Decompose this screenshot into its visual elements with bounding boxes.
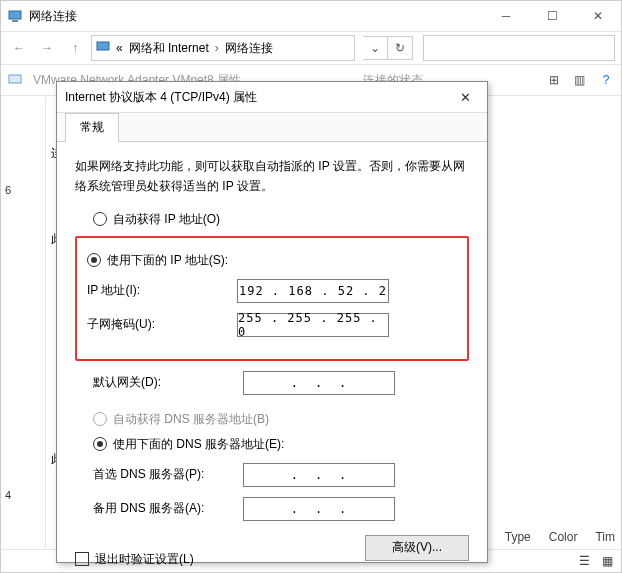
close-button[interactable]: ✕	[575, 1, 621, 31]
view-list-icon[interactable]: ☰	[579, 554, 590, 568]
explorer-navbar: ← → ↑ « 网络和 Internet › 网络连接 ⌄ ↻	[1, 32, 621, 65]
minimize-button[interactable]: ─	[483, 1, 529, 31]
subnet-mask-label: 子网掩码(U):	[87, 316, 237, 333]
tab-general[interactable]: 常规	[65, 113, 119, 142]
view-icon-1[interactable]: ⊞	[545, 71, 563, 89]
radio-icon	[93, 412, 107, 426]
left-panel	[1, 97, 46, 548]
forward-button[interactable]: →	[35, 36, 59, 60]
network-small-icon	[96, 40, 110, 57]
radio-icon	[87, 253, 101, 267]
radio-manual-ip[interactable]: 使用下面的 IP 地址(S):	[87, 252, 457, 269]
breadcrumb-seg2[interactable]: 网络连接	[225, 40, 273, 57]
explorer-window: 网络连接 ─ ☐ ✕ ← → ↑ « 网络和 Internet › 网络连接 ⌄…	[0, 0, 622, 573]
ipv4-properties-dialog: Internet 协议版本 4 (TCP/IPv4) 属性 ✕ 常规 如果网络支…	[56, 81, 488, 563]
refresh-button[interactable]: ↻	[388, 36, 413, 60]
left-marker-6: 6	[5, 184, 11, 196]
gateway-input[interactable]: ...	[243, 371, 395, 395]
breadcrumb-root: «	[116, 41, 123, 55]
back-button[interactable]: ←	[7, 36, 31, 60]
radio-icon	[93, 212, 107, 226]
help-icon[interactable]: ?	[597, 71, 615, 89]
view-icon-2[interactable]: ▥	[571, 71, 589, 89]
maximize-button[interactable]: ☐	[529, 1, 575, 31]
explorer-titlebar: 网络连接 ─ ☐ ✕	[1, 1, 621, 32]
gateway-label: 默认网关(D):	[93, 374, 243, 391]
alternate-dns-input[interactable]: ...	[243, 497, 395, 521]
dialog-titlebar: Internet 协议版本 4 (TCP/IPv4) 属性 ✕	[57, 82, 487, 113]
dialog-close-button[interactable]: ✕	[451, 83, 479, 111]
left-marker-4: 4	[5, 489, 11, 501]
svg-rect-2	[97, 42, 109, 50]
alternate-dns-label: 备用 DNS 服务器(A):	[93, 500, 243, 517]
system-buttons: ─ ☐ ✕	[483, 1, 621, 31]
radio-auto-dns-label: 自动获得 DNS 服务器地址(B)	[113, 411, 269, 428]
up-button[interactable]: ↑	[63, 36, 87, 60]
dialog-description: 如果网络支持此功能，则可以获取自动指派的 IP 设置。否则，你需要从网络系统管理…	[75, 156, 469, 197]
window-title: 网络连接	[29, 8, 483, 25]
breadcrumb-buttons: ⌄ ↻	[363, 36, 413, 60]
network-icon	[7, 8, 23, 24]
breadcrumb[interactable]: « 网络和 Internet › 网络连接	[91, 35, 355, 61]
radio-auto-ip[interactable]: 自动获得 IP 地址(O)	[75, 211, 469, 228]
validate-on-exit-checkbox[interactable]: 退出时验证设置(L)	[75, 551, 194, 568]
manual-ip-group: 使用下面的 IP 地址(S): IP 地址(I): 192 . 168 . 52…	[75, 236, 469, 361]
col-color[interactable]: Color	[549, 530, 578, 544]
view-grid-icon[interactable]: ▦	[602, 554, 613, 568]
breadcrumb-seg1[interactable]: 网络和 Internet	[129, 40, 209, 57]
col-tim[interactable]: Tim	[595, 530, 615, 544]
column-headers: Type Color Tim	[505, 530, 615, 544]
preferred-dns-input[interactable]: ...	[243, 463, 395, 487]
radio-manual-dns[interactable]: 使用下面的 DNS 服务器地址(E):	[75, 436, 469, 453]
radio-manual-ip-label: 使用下面的 IP 地址(S):	[107, 252, 228, 269]
col-type[interactable]: Type	[505, 530, 531, 544]
search-input[interactable]	[423, 35, 615, 61]
dialog-body: 如果网络支持此功能，则可以获取自动指派的 IP 设置。否则，你需要从网络系统管理…	[57, 142, 487, 573]
svg-rect-0	[9, 11, 21, 19]
radio-manual-dns-label: 使用下面的 DNS 服务器地址(E):	[113, 436, 284, 453]
radio-auto-ip-label: 自动获得 IP 地址(O)	[113, 211, 220, 228]
validate-on-exit-label: 退出时验证设置(L)	[95, 551, 194, 568]
checkbox-icon	[75, 552, 89, 566]
ip-address-input[interactable]: 192 . 168 . 52 . 2	[237, 279, 389, 303]
ip-address-label: IP 地址(I):	[87, 282, 237, 299]
advanced-button[interactable]: 高级(V)...	[365, 535, 469, 561]
chevron-right-icon: ›	[215, 41, 219, 55]
subnet-mask-input[interactable]: 255 . 255 . 255 . 0	[237, 313, 389, 337]
radio-auto-dns: 自动获得 DNS 服务器地址(B)	[75, 411, 469, 428]
radio-icon	[93, 437, 107, 451]
dialog-title: Internet 协议版本 4 (TCP/IPv4) 属性	[65, 89, 451, 106]
dialog-tabs: 常规	[57, 113, 487, 142]
adapter-icon	[7, 71, 23, 90]
svg-rect-1	[12, 20, 18, 22]
svg-rect-3	[9, 75, 21, 83]
breadcrumb-dropdown[interactable]: ⌄	[363, 36, 388, 60]
preferred-dns-label: 首选 DNS 服务器(P):	[93, 466, 243, 483]
